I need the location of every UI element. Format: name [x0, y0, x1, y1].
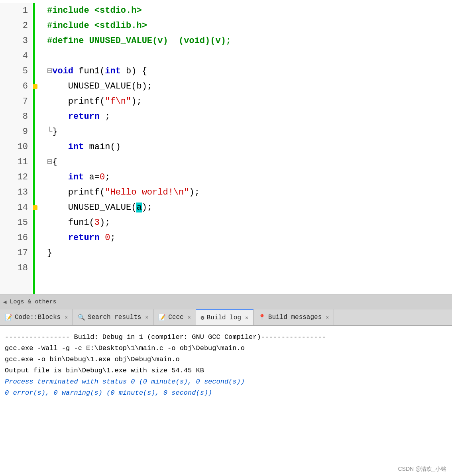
code-line: #define UNUSED_VALUE(v) (void)(v); — [47, 33, 452, 49]
code-line: ⊟void fun1(int b) { — [47, 64, 452, 79]
buildlog-icon: ⚙️ — [201, 314, 204, 322]
tab-buildmessages[interactable]: 📍Build messages✕ — [254, 309, 334, 325]
code-line: int a=0; — [47, 170, 452, 185]
code-line: } — [47, 246, 452, 261]
panel-header-bar: ◀ Logs & others — [0, 295, 452, 309]
yellow-dot — [33, 84, 37, 89]
tab-cccc[interactable]: 📝Cccc✕ — [153, 309, 196, 325]
log-line: Process terminated with status 0 (0 minu… — [5, 376, 447, 387]
yellow-dot — [33, 205, 37, 210]
gutter — [32, 3, 39, 294]
code-line: UNUSED_VALUE(b); — [47, 79, 452, 94]
log-line: ---------------- Build: Debug in 1 (comp… — [5, 332, 447, 343]
cccc-close[interactable]: ✕ — [188, 314, 191, 321]
buildmessages-icon: 📍 — [258, 314, 266, 321]
code-line: #include <stdio.h> — [47, 3, 452, 18]
tab-codeblocks[interactable]: 📝Code::Blocks✕ — [0, 309, 73, 325]
panel-arrow: ◀ — [3, 299, 6, 305]
code-line: int main() — [47, 140, 452, 155]
code-line — [47, 261, 452, 276]
search-icon: 🔍 — [78, 314, 85, 321]
search-close[interactable]: ✕ — [145, 314, 148, 321]
watermark: CSDN @清欢_小铭 — [398, 466, 446, 473]
code-line: printf("Hello world!\n"); — [47, 185, 452, 200]
codeblocks-close[interactable]: ✕ — [65, 314, 68, 321]
log-line: Output file is bin\Debug\1.exe with size… — [5, 365, 447, 376]
buildlog-label: Build log — [207, 314, 241, 321]
buildmessages-label: Build messages — [268, 314, 322, 321]
code-line — [47, 49, 452, 64]
code-line: return ; — [47, 109, 452, 124]
search-label: Search results — [88, 314, 141, 321]
code-lines[interactable]: #include <stdio.h>#include <stdlib.h>#de… — [39, 3, 452, 294]
log-line: gcc.exe -Wall -g -c E:\Desktop\1\main.c … — [5, 343, 447, 354]
panel-header-label: Logs & others — [10, 299, 56, 305]
code-line: fun1(3); — [47, 215, 452, 230]
code-container: 123456789101112131415161718 #include <st… — [0, 0, 452, 294]
code-line: printf("f\n"); — [47, 94, 452, 109]
buildlog-close[interactable]: ✕ — [245, 315, 248, 321]
codeblocks-label: Code::Blocks — [15, 314, 61, 321]
tab-buildlog[interactable]: ⚙️Build log✕ — [196, 309, 254, 325]
line-numbers: 123456789101112131415161718 — [0, 3, 32, 294]
codeblocks-icon: 📝 — [5, 314, 12, 321]
code-line: return 0; — [47, 230, 452, 246]
editor-area: 123456789101112131415161718 #include <st… — [0, 0, 452, 295]
log-line: gcc.exe -o bin\Debug\1.exe obj\Debug\mai… — [5, 354, 447, 365]
bottom-panel: ◀ Logs & others 📝Code::Blocks✕🔍Search re… — [0, 295, 452, 476]
buildmessages-close[interactable]: ✕ — [326, 314, 329, 321]
log-line: 0 error(s), 0 warning(s) (0 minute(s), 0… — [5, 387, 447, 399]
code-line: #include <stdlib.h> — [47, 18, 452, 33]
code-line: UNUSED_VALUE(a); — [47, 200, 452, 215]
code-line: └} — [47, 124, 452, 140]
code-line: ⊟{ — [47, 155, 452, 170]
tabs-bar: 📝Code::Blocks✕🔍Search results✕📝Cccc✕⚙️Bu… — [0, 309, 452, 326]
green-bar — [33, 3, 35, 294]
cccc-icon: 📝 — [158, 314, 166, 321]
tab-search[interactable]: 🔍Search results✕ — [73, 309, 153, 325]
cccc-label: Cccc — [168, 314, 183, 321]
build-log-content[interactable]: ---------------- Build: Debug in 1 (comp… — [0, 326, 452, 476]
